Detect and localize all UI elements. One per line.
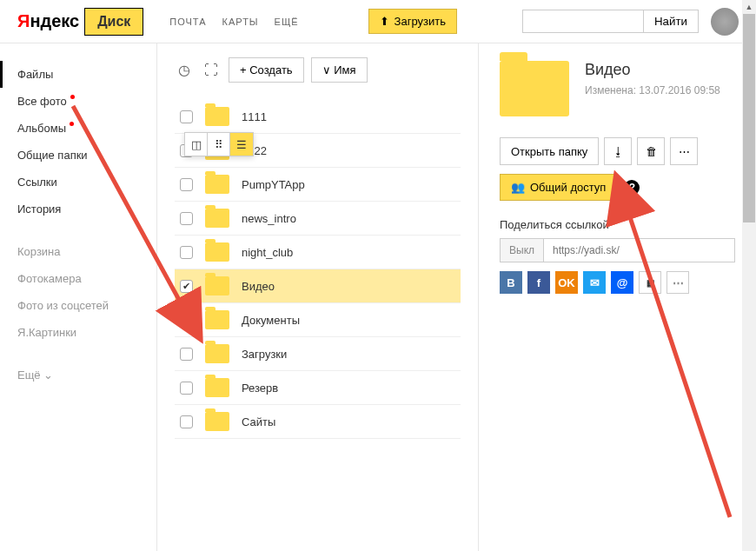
sidebar-item-0[interactable]: Файлы <box>0 61 156 88</box>
upload-button[interactable]: ⬆ Загрузить <box>368 9 457 34</box>
file-row[interactable]: PumpYTApp <box>175 168 461 202</box>
file-row[interactable]: Сайты <box>175 405 461 439</box>
vk-icon[interactable]: В <box>500 271 522 294</box>
file-checkbox[interactable] <box>180 110 193 123</box>
file-row[interactable]: 1111 <box>175 100 461 134</box>
more-actions-button[interactable]: ⋯ <box>670 137 698 165</box>
download-icon: ⭳ <box>613 145 624 158</box>
folder-icon <box>205 175 229 194</box>
file-row[interactable]: night_club <box>175 236 461 269</box>
yandex-logo[interactable]: Яндекс <box>17 11 79 31</box>
search-button[interactable]: Найти <box>644 10 699 33</box>
sidebar-item-3[interactable]: Общие папки <box>0 142 156 169</box>
nav-more[interactable]: ЕЩЁ <box>275 17 299 27</box>
scroll-thumb[interactable] <box>743 14 755 222</box>
trash-icon: 🗑 <box>646 145 657 158</box>
file-name: PumpYTApp <box>242 178 305 191</box>
file-checkbox[interactable] <box>180 246 193 259</box>
file-row[interactable]: Загрузки <box>175 337 461 371</box>
mailru-icon[interactable]: @ <box>611 271 633 294</box>
people-icon: 👥 <box>511 181 525 194</box>
file-name: Видео <box>242 280 275 293</box>
avatar[interactable] <box>711 8 739 36</box>
history-icon[interactable]: ◷ <box>175 58 194 82</box>
twitter-icon[interactable]: ✉ <box>583 271 606 294</box>
sidebar-secondary-2[interactable]: Фото из соцсетей <box>0 292 156 319</box>
qr-icon[interactable]: ▦ <box>639 271 661 294</box>
help-icon[interactable]: ? <box>624 180 640 196</box>
folder-icon <box>205 209 229 228</box>
share-link-input[interactable] <box>544 238 735 262</box>
create-button[interactable]: + Создать <box>229 57 304 83</box>
download-button[interactable]: ⭳ <box>604 137 632 165</box>
sidebar-item-2[interactable]: Альбомы <box>0 115 156 142</box>
file-name: Сайты <box>242 415 275 428</box>
select-area-icon[interactable]: ⛶ <box>201 59 222 82</box>
sidebar-secondary-0[interactable]: Корзина <box>0 238 156 265</box>
view-list[interactable]: ☰ <box>230 133 253 156</box>
notification-dot <box>70 122 74 126</box>
file-checkbox[interactable] <box>180 314 193 327</box>
nav-maps[interactable]: КАРТЫ <box>222 17 259 27</box>
file-name: 1111 <box>242 110 267 123</box>
file-name: news_intro <box>242 212 296 225</box>
folder-icon <box>205 412 229 431</box>
file-name: Загрузки <box>242 348 287 361</box>
file-name: night_club <box>242 246 293 259</box>
folder-icon <box>205 107 229 126</box>
odnoklassniki-icon[interactable]: OK <box>555 271 578 294</box>
view-small-tiles[interactable]: ⠿ <box>208 133 230 156</box>
sidebar-secondary-1[interactable]: Фотокамера <box>0 265 156 292</box>
nav-mail[interactable]: ПОЧТА <box>169 17 206 27</box>
facebook-icon[interactable]: f <box>527 271 550 294</box>
scroll-up-arrow[interactable]: ▲ <box>742 0 756 14</box>
file-checkbox[interactable] <box>180 415 193 428</box>
sidebar-item-4[interactable]: Ссылки <box>0 169 156 196</box>
share-access-button[interactable]: 👥 Общий доступ <box>500 174 617 201</box>
notification-dot <box>70 95 75 99</box>
folder-preview-icon <box>500 61 569 116</box>
upload-icon: ⬆ <box>380 15 389 28</box>
view-large-tiles[interactable]: ◫ <box>185 133 208 156</box>
view-switcher: ◫ ⠿ ☰ <box>184 132 254 156</box>
scrollbar[interactable]: ▲ <box>742 0 756 551</box>
sort-button[interactable]: ∨ Имя <box>311 57 368 83</box>
more-social-icon[interactable]: ⋯ <box>666 271 689 294</box>
details-panel: Видео Изменена: 13.07.2016 09:58 Открыть… <box>478 43 756 551</box>
file-checkbox[interactable] <box>180 178 193 191</box>
file-row[interactable]: Документы <box>175 303 461 337</box>
file-checkbox[interactable]: ✔ <box>180 280 193 293</box>
sidebar-item-1[interactable]: Все фото <box>0 88 156 115</box>
share-toggle[interactable]: Выкл <box>500 238 544 262</box>
folder-icon <box>205 378 229 397</box>
file-name: Документы <box>242 314 300 327</box>
folder-icon <box>205 242 229 262</box>
file-row[interactable]: Резерв <box>175 371 461 405</box>
share-link-label: Поделиться ссылкой <box>500 218 735 231</box>
sidebar-item-5[interactable]: История <box>0 196 156 222</box>
sidebar: ФайлыВсе фотоАльбомыОбщие папкиСсылкиИст… <box>0 43 156 551</box>
folder-icon <box>205 276 229 295</box>
chevron-down-icon: ⌄ <box>43 368 53 382</box>
open-folder-button[interactable]: Открыть папку <box>500 137 599 165</box>
delete-button[interactable]: 🗑 <box>637 137 665 165</box>
file-row[interactable]: ✔Видео <box>175 269 461 303</box>
folder-icon <box>205 344 229 363</box>
search-input[interactable] <box>522 10 644 33</box>
file-checkbox[interactable] <box>180 348 193 361</box>
details-title: Видео <box>585 61 720 79</box>
file-row[interactable]: news_intro <box>175 202 461 236</box>
file-name: Резерв <box>242 382 278 395</box>
folder-icon <box>205 310 229 329</box>
dots-icon: ⋯ <box>679 145 690 158</box>
details-meta: Изменена: 13.07.2016 09:58 <box>585 84 720 96</box>
file-checkbox[interactable] <box>180 212 193 225</box>
file-checkbox[interactable] <box>180 382 193 395</box>
sidebar-more[interactable]: Ещё ⌄ <box>0 362 156 388</box>
disk-logo[interactable]: Диск <box>84 8 143 36</box>
sidebar-secondary-3[interactable]: Я.Картинки <box>0 319 156 346</box>
